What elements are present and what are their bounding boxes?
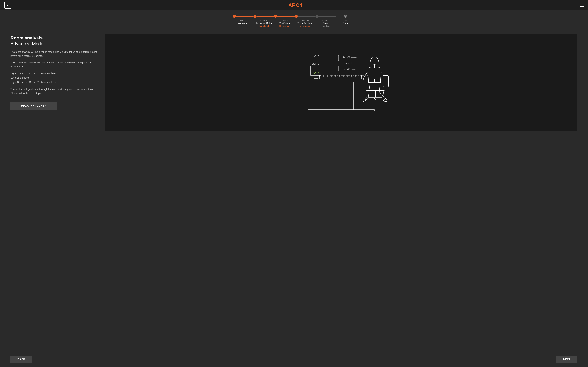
page-subtitle: Advanced Mode bbox=[10, 41, 98, 47]
step-line-step3 bbox=[277, 16, 295, 17]
menu-line-2 bbox=[579, 5, 584, 5]
step-status-step3: Completed bbox=[275, 25, 294, 27]
main-content: Room analysis Advanced Mode The room ana… bbox=[0, 30, 588, 353]
chair-wheel-1 bbox=[365, 98, 367, 100]
person-head bbox=[371, 57, 378, 65]
chair-wheel-center bbox=[374, 98, 376, 100]
menu-line-1 bbox=[579, 4, 584, 4]
step-item-step3: STEP 3Mic SetupCompleted bbox=[274, 15, 295, 27]
step-dot-step1 bbox=[233, 15, 236, 18]
layer1-note: - 15 cm/6" approx bbox=[341, 68, 356, 70]
step-label-step1: Welcome bbox=[233, 22, 253, 25]
step-dot-step4 bbox=[295, 15, 298, 18]
guide-text: The system will guide you through the mi… bbox=[10, 87, 98, 95]
desk-right-leg bbox=[350, 82, 354, 110]
room-diagram-svg: Layer 3 Layer 2 Layer 1 + 15 cm/6" appro… bbox=[105, 33, 578, 131]
chair-leg-1 bbox=[367, 90, 367, 98]
step-line-step1 bbox=[236, 16, 253, 17]
step-status-step4: In Progress bbox=[295, 25, 315, 27]
layer-list: Layer 1: approx. 15cm / 6" below ear lev… bbox=[10, 71, 98, 84]
step-item-step6: ✓STEP 6Done bbox=[336, 15, 355, 25]
step-dot-step5 bbox=[315, 15, 319, 18]
menu-button[interactable] bbox=[579, 4, 584, 7]
step-line-step5 bbox=[319, 16, 336, 17]
step-dot-step2 bbox=[253, 15, 257, 18]
step-number-step4: STEP 4 bbox=[295, 19, 315, 21]
app-logo: IK bbox=[4, 2, 11, 9]
step-dot-step6: ✓ bbox=[344, 15, 347, 18]
monitor-screen bbox=[311, 66, 321, 75]
step-item-step4: STEP 4Room AnalysisIn Progress bbox=[295, 15, 315, 27]
step-number-step1: STEP 1 bbox=[233, 19, 253, 21]
page-title: Room analysis bbox=[10, 35, 98, 41]
progress-steps: STEP 1WelcomeSTEP 2Hardware SetupComplet… bbox=[0, 10, 588, 30]
chair-seat bbox=[366, 86, 385, 90]
app-footer: BACK NEXT bbox=[0, 353, 588, 367]
step-number-step3: STEP 3 bbox=[275, 19, 294, 21]
desk-left-panel bbox=[308, 82, 329, 110]
step-number-step2: STEP 2 bbox=[254, 19, 273, 21]
description-1: The room analysis will help you in measu… bbox=[10, 50, 98, 58]
step-item-step5: STEP 5SavePending bbox=[315, 15, 336, 27]
chair-wheel-2 bbox=[384, 98, 386, 100]
step-number-step5: STEP 5 bbox=[316, 19, 335, 21]
desk-top bbox=[308, 79, 374, 82]
step-label-step2: Hardware Setup bbox=[254, 22, 273, 25]
back-button[interactable]: BACK bbox=[10, 356, 32, 363]
step-label-step6: Done bbox=[336, 22, 355, 25]
step-status-step5: Pending bbox=[316, 25, 335, 27]
step-line-step4 bbox=[298, 16, 315, 17]
diagram-panel: Layer 3 Layer 2 Layer 1 + 15 cm/6" appro… bbox=[105, 33, 578, 131]
step-line-step2 bbox=[257, 16, 274, 17]
step-item-step2: STEP 2Hardware SetupCompleted bbox=[253, 15, 274, 27]
layer1-label: Layer 1 bbox=[311, 71, 319, 74]
layer3-label: Layer 3 bbox=[311, 54, 319, 57]
step-dot-step3 bbox=[274, 15, 277, 18]
description-2: These are the approximate layer heights … bbox=[10, 61, 98, 68]
layer2-label: Layer 2 bbox=[311, 63, 319, 65]
next-button[interactable]: NEXT bbox=[556, 356, 578, 363]
step-label-step5: Save bbox=[316, 22, 335, 25]
layer-2-text: Layer 2: ear level bbox=[10, 76, 98, 80]
menu-line-3 bbox=[579, 6, 584, 7]
person-left-foot bbox=[363, 100, 367, 101]
app-title: ARC4 bbox=[288, 2, 303, 8]
step-label-step4: Room Analysis bbox=[295, 22, 315, 25]
step-status-step2: Completed bbox=[254, 25, 273, 27]
left-panel: Room analysis Advanced Mode The room ana… bbox=[10, 33, 98, 110]
layer3-note: + 15 cm/6" approx bbox=[341, 56, 357, 58]
layer-3-text: Layer 3: approx. 15cm / 6" above ear lev… bbox=[10, 80, 98, 84]
keyboard-body bbox=[319, 75, 361, 79]
measure-layer-button[interactable]: MEASURE LAYER 1 bbox=[10, 102, 57, 110]
logo-text: IK bbox=[7, 4, 9, 7]
app-header: IK ARC4 bbox=[0, 0, 588, 10]
step-item-step1: STEP 1Welcome bbox=[233, 15, 253, 25]
step-label-step3: Mic Setup bbox=[275, 22, 294, 25]
step-number-step6: STEP 6 bbox=[336, 19, 355, 21]
layer2-note: — ear level — bbox=[342, 62, 354, 64]
layer-1-text: Layer 1: approx. 15cm / 6" below ear lev… bbox=[10, 71, 98, 76]
chair-back bbox=[383, 75, 389, 87]
